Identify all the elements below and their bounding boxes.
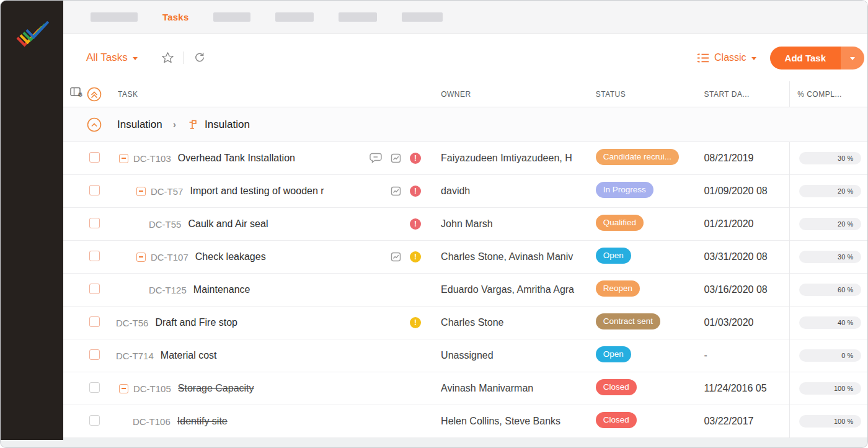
percent-label: 60 % (838, 286, 853, 293)
task-id: DC-T107 (151, 252, 188, 262)
nav-item-placeholder[interactable] (213, 12, 250, 22)
percent-complete-bar[interactable]: 20 % (799, 185, 861, 197)
group-collapse-icon[interactable] (87, 117, 102, 132)
nav-item-placeholder[interactable] (339, 12, 377, 22)
task-list-name[interactable]: Insulation (117, 119, 162, 131)
zoho-projects-logo (14, 17, 50, 52)
row-checkbox[interactable] (89, 218, 100, 228)
collapse-subtasks-toggle[interactable] (119, 384, 128, 393)
percent-label: 100 % (834, 385, 853, 392)
start-date: 01/21/2020 (698, 218, 789, 230)
status-badge[interactable]: Contract sent (596, 313, 660, 329)
table-row: DC-T57 Import and testing of wooden r ! … (63, 175, 868, 208)
task-title[interactable]: Material cost (161, 350, 217, 361)
table-row: DC-T56 Draft and Fire stop ! Charles Sto… (63, 307, 868, 339)
nav-item-placeholder[interactable] (402, 12, 443, 22)
task-title[interactable]: Overhead Tank Installation (178, 153, 295, 164)
worklog-icon[interactable] (391, 251, 402, 262)
worklog-icon[interactable] (391, 186, 402, 197)
favorite-star-icon[interactable] (161, 52, 174, 64)
row-checkbox[interactable] (89, 185, 100, 195)
due-today-icon: ! (410, 251, 421, 262)
row-checkbox[interactable] (89, 152, 100, 163)
collapse-subtasks-toggle[interactable] (136, 187, 146, 196)
task-title[interactable]: Import and testing of wooden r (190, 186, 324, 197)
percent-label: 20 % (838, 220, 853, 228)
task-title[interactable]: Caulk and Air seal (188, 218, 268, 230)
percent-label: 0 % (841, 352, 853, 359)
tab-tasks[interactable]: Tasks (162, 12, 188, 22)
overdue-icon: ! (410, 218, 421, 230)
milestone-icon (187, 119, 198, 130)
overdue-icon: ! (410, 153, 421, 164)
percent-complete-bar[interactable]: 100 % (799, 415, 861, 428)
percent-complete-bar[interactable]: 20 % (799, 218, 861, 230)
task-owner: Charles Stone, Avinash Maniv (435, 251, 590, 262)
status-badge[interactable]: Candidate recrui... (596, 149, 679, 165)
task-title[interactable]: Draft and Fire stop (155, 317, 237, 328)
task-filter-dropdown[interactable]: All Tasks (86, 52, 138, 64)
task-id: DC-T106 (133, 416, 170, 427)
status-badge[interactable]: Open (596, 346, 631, 362)
column-header-task[interactable]: TASK (118, 90, 435, 99)
percent-complete-bar[interactable]: 0 % (799, 349, 861, 362)
due-today-icon: ! (410, 317, 421, 328)
collapse-subtasks-toggle[interactable] (136, 253, 146, 262)
status-badge[interactable]: Open (596, 248, 631, 264)
table-row: DC-T106 Identify site Helen Collins, Ste… (63, 405, 868, 438)
task-owner: Charles Stone (435, 317, 590, 328)
start-date: - (698, 350, 789, 361)
breadcrumb-chevron-icon: › (173, 119, 176, 130)
percent-complete-bar[interactable]: 40 % (799, 316, 861, 329)
percent-complete-bar[interactable]: 60 % (799, 284, 861, 296)
add-task-split-button: Add Task (770, 47, 864, 69)
table-row: DC-T107 Check leakages ! Charles Stone, … (63, 241, 868, 274)
nav-item-placeholder[interactable] (91, 12, 138, 22)
status-badge[interactable]: Reopen (596, 280, 640, 297)
task-id: DC-T57 (151, 186, 184, 197)
table-header-row: ⚙ TASK OWNER STATUS START DA... % COMPL.… (63, 81, 868, 107)
status-badge[interactable]: Closed (596, 412, 637, 428)
percent-complete-bar[interactable]: 30 % (799, 152, 861, 164)
column-header-start-date[interactable]: START DA... (698, 90, 789, 99)
task-owner: John Marsh (435, 218, 590, 230)
collapse-all-icon[interactable] (87, 87, 102, 102)
chevron-down-icon (751, 57, 756, 60)
group-header-row: Insulation › Insulation (63, 107, 868, 142)
percent-label: 30 % (838, 155, 853, 162)
main-panel: Tasks All Tasks (63, 1, 868, 438)
add-task-button[interactable]: Add Task (770, 47, 841, 69)
task-id: DC-T56 (116, 318, 149, 328)
row-checkbox[interactable] (89, 415, 100, 426)
row-checkbox[interactable] (89, 316, 100, 327)
add-task-more-button[interactable] (841, 47, 864, 69)
column-header-owner[interactable]: OWNER (435, 90, 590, 99)
percent-complete-bar[interactable]: 30 % (799, 251, 861, 263)
row-checkbox[interactable] (89, 349, 100, 360)
column-header-percent-complete[interactable]: % COMPL... (789, 81, 868, 107)
view-selector-dropdown[interactable]: Classic (697, 52, 756, 63)
status-badge[interactable]: In Progress (596, 182, 653, 198)
collapse-subtasks-toggle[interactable] (119, 154, 128, 163)
row-checkbox[interactable] (89, 284, 100, 294)
column-header-status[interactable]: STATUS (590, 90, 698, 99)
task-title[interactable]: Identify site (177, 416, 228, 427)
row-checkbox[interactable] (89, 251, 100, 261)
percent-label: 40 % (838, 319, 853, 326)
task-title[interactable]: Check leakages (195, 251, 266, 262)
start-date: 03/31/2020 08 (698, 251, 789, 262)
status-badge[interactable]: Qualified (596, 215, 644, 231)
list-view-icon (697, 53, 709, 63)
refresh-icon[interactable] (193, 52, 206, 64)
percent-complete-bar[interactable]: 100 % (799, 382, 861, 395)
worklog-icon[interactable] (391, 153, 402, 164)
milestone-name[interactable]: Insulation (205, 119, 250, 131)
task-title[interactable]: Storage Capacity (178, 383, 254, 394)
status-badge[interactable]: Closed (596, 379, 637, 395)
row-checkbox[interactable] (89, 382, 100, 393)
comments-icon[interactable] (370, 153, 383, 164)
task-title[interactable]: Maintenance (193, 284, 250, 295)
task-owner: Avinash Manivarman (435, 383, 590, 394)
nav-item-placeholder[interactable] (275, 12, 314, 22)
task-owner: Unassigned (435, 350, 590, 361)
